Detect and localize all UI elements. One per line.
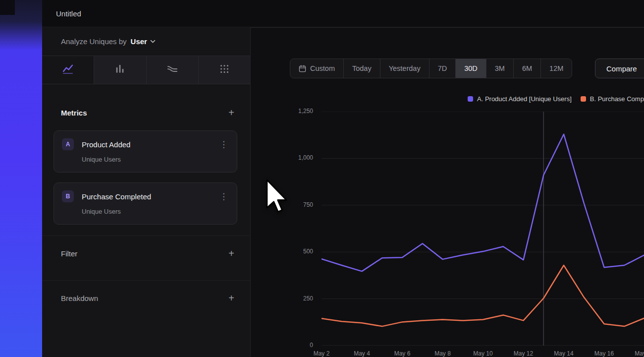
corner-block [0, 0, 15, 15]
range-button-3m[interactable]: 3M [486, 59, 513, 78]
metric-card-row: A Product Added ⋮ [62, 138, 231, 150]
left-accent-strip [0, 0, 42, 357]
analyze-label: Analyze Uniques by [61, 37, 127, 46]
metric-badge-b: B [62, 190, 74, 202]
range-button-yesterday[interactable]: Yesterday [380, 59, 429, 78]
top-bar: Untitled [42, 0, 644, 27]
x-axis-label: May 8 [428, 350, 458, 357]
plus-icon: + [228, 248, 234, 259]
x-axis-label: May 16 [590, 350, 619, 357]
range-button-custom[interactable]: Custom [290, 59, 343, 78]
range-button-30d[interactable]: 30D [455, 59, 486, 78]
tab-bar-chart[interactable] [94, 56, 146, 84]
flow-icon [166, 63, 178, 77]
y-axis-label: 500 [279, 248, 313, 255]
chart-legend: A. Product Added [Unique Users]B. Purcha… [468, 95, 644, 103]
compare-button[interactable]: Compare [595, 59, 644, 78]
plus-icon: + [228, 293, 234, 304]
plus-icon: + [228, 107, 234, 119]
metric-card-row: B Purchase Completed ⋮ [62, 190, 231, 202]
range-button-today[interactable]: Today [343, 59, 380, 78]
legend-swatch [468, 96, 473, 102]
bar-chart-icon [114, 63, 126, 77]
line-chart[interactable] [322, 112, 644, 346]
range-button-6m[interactable]: 6M [513, 59, 540, 78]
y-axis-label: 250 [279, 295, 313, 302]
section-divider [42, 280, 250, 281]
grid-dots-icon [219, 63, 230, 76]
filter-title: Filter [61, 249, 77, 258]
metric-card-a[interactable]: A Product Added ⋮ Unique Users [54, 130, 237, 173]
metric-subtitle[interactable]: Unique Users [82, 208, 231, 215]
x-axis-label: May 12 [509, 350, 538, 357]
analyze-by-dropdown[interactable]: User [131, 37, 156, 46]
legend-label: A. Product Added [Unique Users] [477, 95, 572, 103]
report-title[interactable]: Untitled [56, 9, 81, 18]
chart-panel: CustomTodayYesterday7D30D3M6M12M Compare… [250, 27, 644, 357]
date-range-group: CustomTodayYesterday7D30D3M6M12M [290, 59, 572, 78]
series-line-b [322, 265, 644, 326]
x-axis-label: May 4 [347, 350, 377, 357]
x-axis-label: May 10 [468, 350, 498, 357]
calendar-icon [299, 65, 306, 72]
metric-badge-a: A [62, 138, 74, 150]
tab-line-chart[interactable] [42, 56, 94, 84]
visualization-tab-strip [42, 56, 250, 84]
breakdown-title: Breakdown [61, 294, 98, 302]
range-button-7d[interactable]: 7D [429, 59, 456, 78]
x-axis-label: May 2 [307, 350, 336, 357]
tab-flow[interactable] [147, 56, 199, 84]
add-breakdown-button[interactable]: + [225, 292, 237, 304]
y-axis-label: 1,000 [279, 154, 313, 161]
range-button-12m[interactable]: 12M [540, 59, 572, 78]
query-sidebar: Analyze Uniques by User [42, 27, 250, 357]
series-line-a [322, 134, 644, 271]
kebab-menu-icon[interactable]: ⋮ [216, 139, 231, 150]
metric-subtitle[interactable]: Unique Users [82, 156, 231, 163]
analyze-header: Analyze Uniques by User [42, 27, 250, 56]
legend-swatch [581, 96, 586, 102]
line-chart-icon [62, 63, 74, 77]
x-axis-label: May 14 [549, 350, 579, 357]
breakdown-section-header: Breakdown + [61, 291, 237, 305]
range-label: Custom [310, 64, 335, 72]
metrics-section-header: Metrics + [61, 106, 237, 119]
metric-name: Purchase Completed [82, 192, 216, 201]
metrics-title: Metrics [61, 109, 87, 117]
analyze-by-value: User [131, 37, 147, 46]
section-divider [42, 236, 250, 236]
add-filter-button[interactable]: + [225, 247, 237, 259]
app-window: Untitled Analyze Uniques by User [0, 0, 644, 357]
metric-card-b[interactable]: B Purchase Completed ⋮ Unique Users [54, 182, 237, 225]
x-axis-label: May 6 [387, 350, 417, 357]
legend-item-a[interactable]: A. Product Added [Unique Users] [468, 95, 572, 103]
y-axis-label: 0 [279, 342, 313, 349]
legend-label: B. Purchase Completed [Unique Users] [590, 95, 644, 103]
add-metric-button[interactable]: + [225, 107, 237, 119]
kebab-menu-icon[interactable]: ⋮ [216, 191, 231, 202]
y-axis-label: 1,250 [279, 108, 313, 115]
x-axis-label: May 18 [630, 350, 644, 357]
chevron-down-icon [150, 40, 156, 43]
mouse-cursor [266, 179, 289, 214]
tab-grid[interactable] [199, 56, 250, 84]
filter-section-header: Filter + [61, 246, 237, 260]
metric-name: Product Added [82, 140, 216, 149]
legend-item-b[interactable]: B. Purchase Completed [Unique Users] [581, 95, 644, 103]
